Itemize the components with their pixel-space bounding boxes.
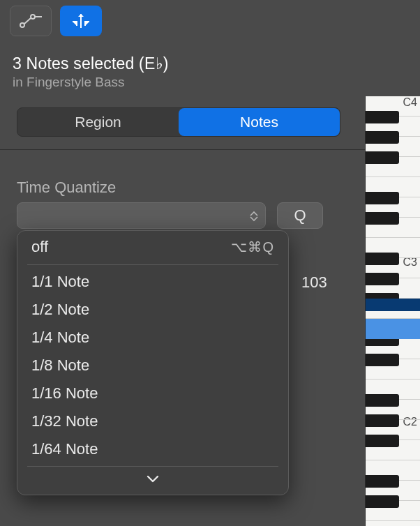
menu-more-button[interactable] xyxy=(17,469,288,489)
menu-item-1-1[interactable]: 1/1 Note xyxy=(17,268,288,296)
menu-item-1-64[interactable]: 1/64 Note xyxy=(17,435,288,463)
menu-item-1-4[interactable]: 1/4 Note xyxy=(17,324,288,352)
tab-region[interactable]: Region xyxy=(17,108,179,136)
menu-item-1-32[interactable]: 1/32 Note xyxy=(17,407,288,435)
midi-edit-tool-button[interactable] xyxy=(60,6,102,36)
menu-item-off[interactable]: off xyxy=(31,238,48,256)
menu-item-1-8[interactable]: 1/8 Note xyxy=(17,352,288,380)
selection-title: 3 Notes selected (E♭) xyxy=(13,54,169,73)
menu-item-1-2[interactable]: 1/2 Note xyxy=(17,296,288,324)
automation-tool-button[interactable] xyxy=(10,6,52,36)
svg-line-2 xyxy=(24,18,31,24)
menu-shortcut-off: ⌥⌘Q xyxy=(231,239,274,255)
piano-keyboard[interactable]: C4 C3 C2 xyxy=(365,96,420,526)
quantize-button[interactable]: Q xyxy=(277,202,323,229)
tab-notes[interactable]: Notes xyxy=(179,108,340,136)
piano-selected-note xyxy=(366,299,420,311)
menu-separator xyxy=(27,466,278,467)
svg-point-1 xyxy=(31,15,35,19)
divider xyxy=(0,149,419,150)
time-quantize-menu: off ⌥⌘Q 1/1 Note 1/2 Note 1/4 Note 1/8 N… xyxy=(17,230,289,495)
menu-item-1-16[interactable]: 1/16 Note xyxy=(17,380,288,407)
piano-selected-note xyxy=(366,319,420,339)
velocity-value: 103 xyxy=(301,273,327,292)
time-quantize-dropdown[interactable] xyxy=(17,202,266,229)
stepper-icon xyxy=(247,206,261,227)
menu-separator xyxy=(27,264,278,265)
svg-point-0 xyxy=(20,23,24,27)
chevron-down-icon xyxy=(147,475,159,483)
time-quantize-label: Time Quantize xyxy=(17,179,116,197)
selection-subtitle: in Fingerstyle Bass xyxy=(13,75,169,90)
inspector-tab-bar: Region Notes xyxy=(17,107,340,137)
